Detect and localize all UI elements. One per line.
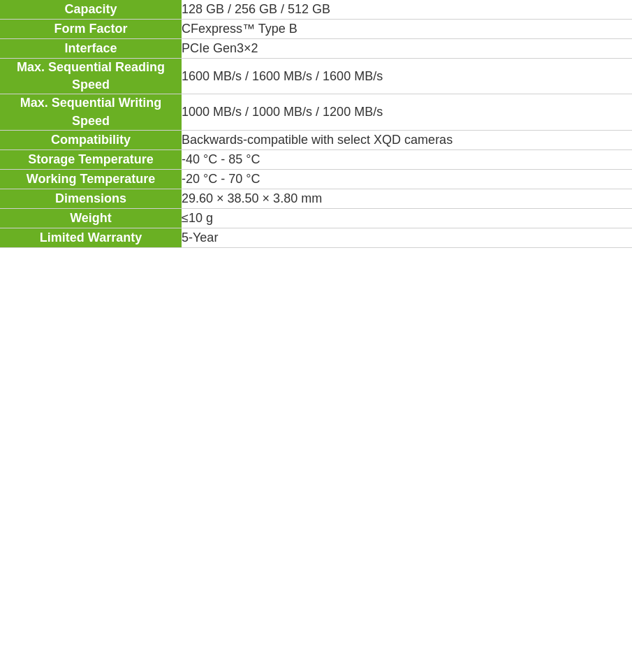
table-row: Max. Sequential Reading Speed1600 MB/s /… (0, 59, 632, 94)
value-limited-warranty: 5-Year (182, 228, 632, 247)
label-interface: Interface (0, 39, 182, 59)
label-max-sequential-reading-speed: Max. Sequential Reading Speed (0, 59, 182, 94)
table-row: CompatibilityBackwards-compatible with s… (0, 130, 632, 149)
value-form-factor: CFexpress™ Type B (182, 20, 632, 39)
label-working-temperature: Working Temperature (0, 169, 182, 189)
table-row: Working Temperature-20 °C - 70 °C (0, 169, 632, 189)
value-max-sequential-reading-speed: 1600 MB/s / 1600 MB/s / 1600 MB/s (182, 59, 632, 94)
table-row: InterfacePCIe Gen3×2 (0, 39, 632, 59)
value-interface: PCIe Gen3×2 (182, 39, 632, 59)
label-dimensions: Dimensions (0, 189, 182, 208)
table-row: Storage Temperature-40 °C - 85 °C (0, 149, 632, 169)
label-weight: Weight (0, 208, 182, 228)
value-storage-temperature: -40 °C - 85 °C (182, 149, 632, 169)
label-form-factor: Form Factor (0, 20, 182, 39)
label-max-sequential-writing-speed: Max. Sequential Writing Speed (0, 94, 182, 130)
spec-table: Capacity128 GB / 256 GB / 512 GBForm Fac… (0, 0, 632, 248)
table-row: Form FactorCFexpress™ Type B (0, 20, 632, 39)
table-row: Weight≤10 g (0, 208, 632, 228)
value-working-temperature: -20 °C - 70 °C (182, 169, 632, 189)
value-weight: ≤10 g (182, 208, 632, 228)
label-limited-warranty: Limited Warranty (0, 228, 182, 247)
value-dimensions: 29.60 × 38.50 × 3.80 mm (182, 189, 632, 208)
value-capacity: 128 GB / 256 GB / 512 GB (182, 0, 632, 20)
label-compatibility: Compatibility (0, 130, 182, 149)
value-max-sequential-writing-speed: 1000 MB/s / 1000 MB/s / 1200 MB/s (182, 94, 632, 130)
table-row: Capacity128 GB / 256 GB / 512 GB (0, 0, 632, 20)
label-capacity: Capacity (0, 0, 182, 20)
table-row: Limited Warranty5-Year (0, 228, 632, 247)
value-compatibility: Backwards-compatible with select XQD cam… (182, 130, 632, 149)
table-row: Max. Sequential Writing Speed1000 MB/s /… (0, 94, 632, 130)
table-row: Dimensions29.60 × 38.50 × 3.80 mm (0, 189, 632, 208)
label-storage-temperature: Storage Temperature (0, 149, 182, 169)
